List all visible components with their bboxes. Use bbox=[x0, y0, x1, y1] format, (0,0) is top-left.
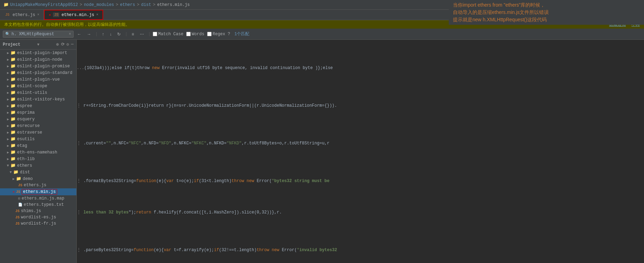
js-file-icon: JS bbox=[15, 209, 20, 213]
folder-icon: 📁 bbox=[10, 57, 16, 62]
tab-label-ethers-min-js: ethers.min.js bbox=[61, 13, 94, 17]
close-tab-ethers-js[interactable]: × bbox=[37, 13, 39, 17]
sidebar-item-eslint-plugin-promise[interactable]: ▶ 📁 eslint-plugin-promise bbox=[0, 63, 76, 69]
sidebar-item-eth-ens-namehash[interactable]: ▶ 📁 eth-ens-namehash bbox=[0, 149, 76, 156]
sidebar-item-eslint-visitor-keys[interactable]: ▶ 📁 eslint-visitor-keys bbox=[0, 96, 76, 103]
folder-icon: 📁 bbox=[10, 63, 16, 69]
sidebar-item-espree[interactable]: ▶ 📁 espree bbox=[0, 103, 76, 109]
folder-arrow: ▶ bbox=[7, 157, 9, 161]
folder-arrow: ▶ bbox=[7, 144, 9, 148]
sidebar-icon-collapse[interactable]: — bbox=[71, 42, 74, 47]
sidebar-label: eslint-visitor-keys bbox=[17, 97, 65, 102]
sidebar-item-esrecurse[interactable]: ▶ 📁 esrecurse bbox=[0, 122, 76, 129]
sidebar-icon-add[interactable]: ⊕ bbox=[56, 42, 59, 47]
close-tab-ethers-min-js[interactable]: × bbox=[96, 13, 98, 17]
sidebar-item-wordlist-fr-js[interactable]: JS wordlist-fr.js bbox=[0, 220, 76, 227]
sidebar-label: eth-ens-namehash bbox=[17, 150, 57, 155]
sidebar-title: Project bbox=[3, 42, 20, 47]
annotation-line2: 自动导入的是压缩ethers.min.js文件所以错误 bbox=[453, 9, 640, 16]
sidebar-item-ethers-js-file[interactable]: JS ethers.js bbox=[0, 182, 76, 188]
sidebar-item-etag[interactable]: ▶ 📁 etag bbox=[0, 142, 76, 149]
sidebar-item-ethers-types-txt[interactable]: 📄 ethers.types.txt bbox=[0, 202, 76, 208]
words-checkbox[interactable] bbox=[186, 32, 191, 36]
search-options-btn[interactable]: ⋯ bbox=[138, 31, 146, 37]
words-option[interactable]: Words bbox=[186, 32, 204, 37]
folder-icon: 📁 bbox=[10, 97, 16, 102]
folder-arrow: ▶ bbox=[7, 51, 9, 55]
annotation-line1: 当你import ethers from "ethers"库的时候， bbox=[453, 1, 640, 9]
search-input[interactable] bbox=[12, 32, 67, 37]
code-line: ⋮ .formatBytes32String=function(e){var t… bbox=[77, 172, 644, 184]
search-clear-btn[interactable]: × bbox=[69, 32, 71, 37]
sidebar-item-esquery[interactable]: ▶ 📁 esquery bbox=[0, 116, 76, 122]
sidebar-item-ethers[interactable]: ▶ 📁 ethers bbox=[0, 162, 76, 169]
sidebar-item-eslint-utils[interactable]: ▶ 📁 eslint-utils bbox=[0, 89, 76, 96]
sidebar-item-eslint-plugin-import[interactable]: ▶ 📁 eslint-plugin-import bbox=[0, 50, 76, 56]
search-prev-btn[interactable]: ← bbox=[75, 31, 83, 37]
code-content: ...(1023a4)));else if(t)throw new Error(… bbox=[77, 40, 644, 263]
match-case-option[interactable]: Match Case bbox=[153, 32, 183, 37]
folder-arrow: ▶ bbox=[7, 97, 9, 102]
sidebar-item-esprima[interactable]: ▶ 📁 esprima bbox=[0, 109, 76, 116]
tab-ethers-js[interactable]: JS ethers.js × bbox=[0, 10, 44, 20]
folder-icon: 📁 bbox=[10, 163, 16, 168]
sidebar-item-eslint-scope[interactable]: ▶ 📁 eslint-scope bbox=[0, 83, 76, 89]
folder-icon: 📁 bbox=[13, 170, 18, 175]
sidebar-item-esutils[interactable]: ▶ 📁 esutils bbox=[0, 136, 76, 142]
regex-checkbox[interactable] bbox=[207, 32, 212, 36]
sidebar-item-eslint-plugin-node[interactable]: ▶ 📁 eslint-plugin-node bbox=[0, 56, 76, 63]
code-editor[interactable]: ...(1023a4)));else if(t)throw new Error(… bbox=[77, 40, 644, 263]
sidebar-item-ethers-min-js[interactable]: ✕ JS ethers.min.js bbox=[0, 188, 76, 195]
sidebar-label: esutils bbox=[17, 137, 35, 142]
sidebar-label-selected: ethers.min.js bbox=[22, 189, 57, 195]
folder-arrow: ▶ bbox=[7, 117, 9, 121]
sidebar-label: esrecurse bbox=[17, 123, 40, 128]
match-case-checkbox[interactable] bbox=[153, 32, 157, 36]
sidebar-item-dist[interactable]: ▶ 📁 dist bbox=[0, 169, 76, 175]
breadcrumb-ethers[interactable]: ethers bbox=[120, 2, 135, 7]
sidebar-label: eslint-plugin-standard bbox=[17, 70, 72, 75]
breadcrumb-project[interactable]: UniappMakeMoneyFirstApp0512 bbox=[10, 2, 78, 7]
sidebar-item-eslint-plugin-standard[interactable]: ▶ 📁 eslint-plugin-standard bbox=[0, 69, 76, 76]
folder-arrow: ▶ bbox=[7, 137, 9, 141]
folder-icon: 📁 bbox=[16, 176, 21, 181]
sidebar-item-demo[interactable]: ▶ 📁 demo bbox=[0, 175, 76, 182]
search-up-btn[interactable]: ↑ bbox=[100, 31, 106, 37]
sidebar-item-eslint-plugin-vue[interactable]: ▶ 📁 eslint-plugin-vue bbox=[0, 76, 76, 83]
breadcrumb-file[interactable]: ethers.min.js bbox=[157, 2, 190, 7]
folder-icon: 📁 bbox=[10, 103, 16, 108]
sidebar-item-eth-lib[interactable]: ▶ 📁 eth-lib bbox=[0, 156, 76, 162]
sidebar-label: demo bbox=[23, 176, 33, 181]
sidebar-item-wordlist-es-js[interactable]: JS wordlist-es.js bbox=[0, 214, 76, 220]
folder-icon: 📁 bbox=[10, 50, 16, 55]
folder-arrow: ▶ bbox=[7, 64, 9, 68]
search-filter-btn[interactable]: ≡ bbox=[130, 31, 136, 37]
regex-label: Regex ? bbox=[213, 32, 230, 37]
sidebar-item-shims-js[interactable]: JS shims.js bbox=[0, 208, 76, 214]
sidebar-icon-settings[interactable]: ⚙ bbox=[67, 42, 69, 47]
regex-option[interactable]: Regex ? bbox=[207, 32, 230, 37]
folder-icon: 📁 bbox=[10, 130, 16, 135]
search-down-btn[interactable]: ↓ bbox=[107, 31, 114, 37]
code-line: ⋮ r+=String.fromCharCode(i)}return r}(n=… bbox=[77, 96, 644, 115]
sidebar-label: wordlist-fr.js bbox=[21, 221, 56, 226]
sidebar-item-estraverse[interactable]: ▶ 📁 estraverse bbox=[0, 129, 76, 136]
folder-arrow: ▶ bbox=[9, 171, 13, 173]
search-refresh-btn[interactable]: ↻ bbox=[115, 31, 123, 37]
breadcrumb-dist[interactable]: dist bbox=[141, 2, 151, 7]
breadcrumb-node-modules[interactable]: node_modules bbox=[84, 2, 114, 7]
map-file-icon: ⊞ bbox=[18, 196, 20, 201]
error-icon-tab: ✕ bbox=[49, 13, 51, 17]
sidebar-icon-sync[interactable]: ⟳ bbox=[61, 42, 65, 47]
sidebar-label: ethers.js bbox=[24, 183, 46, 188]
search-next-btn[interactable]: → bbox=[85, 31, 93, 37]
folder-icon: 📁 bbox=[10, 77, 16, 82]
sidebar-label: eth-lib bbox=[17, 157, 35, 161]
sidebar-item-ethers-min-js-map[interactable]: ⊞ ethers.min.js.map bbox=[0, 195, 76, 202]
tab-ethers-min-js[interactable]: ✕ JS ethers.min.js × bbox=[44, 10, 103, 20]
tab-label-ethers-js: ethers.js bbox=[13, 13, 35, 17]
js-file-icon-error: JS bbox=[16, 190, 20, 194]
sidebar: Project ▼ ⊕ ⟳ ⚙ — ▶ 📁 eslint-plugin-impo… bbox=[0, 40, 77, 263]
folder-arrow: ▶ bbox=[7, 130, 9, 135]
folder-arrow: ▶ bbox=[7, 124, 9, 128]
